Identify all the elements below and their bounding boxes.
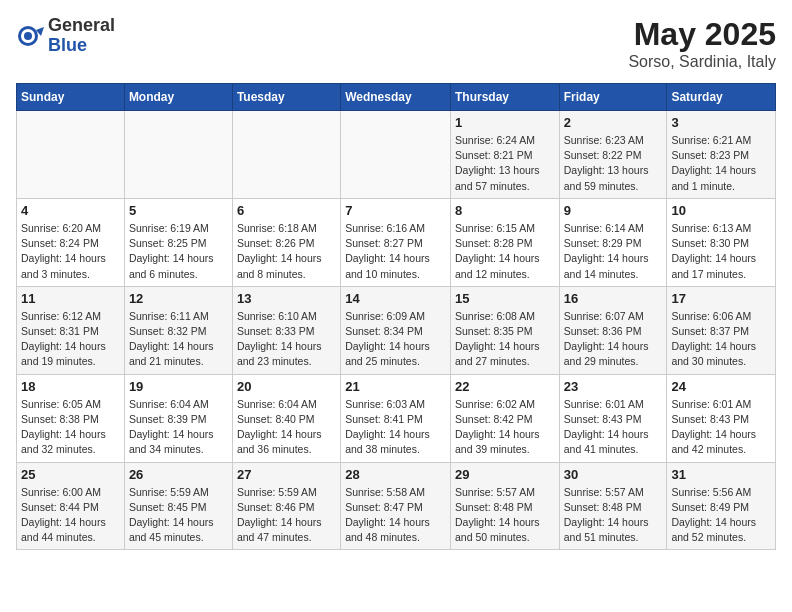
day-info: Sunrise: 6:07 AM Sunset: 8:36 PM Dayligh…	[564, 309, 663, 370]
day-number: 5	[129, 203, 228, 218]
day-cell: 1Sunrise: 6:24 AM Sunset: 8:21 PM Daylig…	[450, 111, 559, 199]
day-info: Sunrise: 6:08 AM Sunset: 8:35 PM Dayligh…	[455, 309, 555, 370]
day-info: Sunrise: 6:01 AM Sunset: 8:43 PM Dayligh…	[564, 397, 663, 458]
day-number: 28	[345, 467, 446, 482]
week-row-3: 18Sunrise: 6:05 AM Sunset: 8:38 PM Dayli…	[17, 374, 776, 462]
day-cell: 14Sunrise: 6:09 AM Sunset: 8:34 PM Dayli…	[341, 286, 451, 374]
day-info: Sunrise: 5:56 AM Sunset: 8:49 PM Dayligh…	[671, 485, 771, 546]
day-cell: 29Sunrise: 5:57 AM Sunset: 8:48 PM Dayli…	[450, 462, 559, 550]
week-row-2: 11Sunrise: 6:12 AM Sunset: 8:31 PM Dayli…	[17, 286, 776, 374]
day-info: Sunrise: 6:21 AM Sunset: 8:23 PM Dayligh…	[671, 133, 771, 194]
calendar-body: 1Sunrise: 6:24 AM Sunset: 8:21 PM Daylig…	[17, 111, 776, 550]
day-cell: 25Sunrise: 6:00 AM Sunset: 8:44 PM Dayli…	[17, 462, 125, 550]
day-cell: 28Sunrise: 5:58 AM Sunset: 8:47 PM Dayli…	[341, 462, 451, 550]
title-block: May 2025 Sorso, Sardinia, Italy	[628, 16, 776, 71]
day-info: Sunrise: 5:57 AM Sunset: 8:48 PM Dayligh…	[455, 485, 555, 546]
day-info: Sunrise: 6:00 AM Sunset: 8:44 PM Dayligh…	[21, 485, 120, 546]
day-info: Sunrise: 5:59 AM Sunset: 8:46 PM Dayligh…	[237, 485, 336, 546]
day-info: Sunrise: 6:09 AM Sunset: 8:34 PM Dayligh…	[345, 309, 446, 370]
day-info: Sunrise: 6:02 AM Sunset: 8:42 PM Dayligh…	[455, 397, 555, 458]
day-cell: 21Sunrise: 6:03 AM Sunset: 8:41 PM Dayli…	[341, 374, 451, 462]
day-cell: 3Sunrise: 6:21 AM Sunset: 8:23 PM Daylig…	[667, 111, 776, 199]
day-info: Sunrise: 6:10 AM Sunset: 8:33 PM Dayligh…	[237, 309, 336, 370]
day-number: 26	[129, 467, 228, 482]
logo-blue: Blue	[48, 36, 115, 56]
day-cell	[341, 111, 451, 199]
week-row-1: 4Sunrise: 6:20 AM Sunset: 8:24 PM Daylig…	[17, 198, 776, 286]
day-number: 14	[345, 291, 446, 306]
day-cell: 23Sunrise: 6:01 AM Sunset: 8:43 PM Dayli…	[559, 374, 667, 462]
calendar-header: SundayMondayTuesdayWednesdayThursdayFrid…	[17, 84, 776, 111]
header-day-monday: Monday	[124, 84, 232, 111]
day-number: 27	[237, 467, 336, 482]
day-number: 12	[129, 291, 228, 306]
day-cell: 30Sunrise: 5:57 AM Sunset: 8:48 PM Dayli…	[559, 462, 667, 550]
day-cell: 15Sunrise: 6:08 AM Sunset: 8:35 PM Dayli…	[450, 286, 559, 374]
day-info: Sunrise: 6:01 AM Sunset: 8:43 PM Dayligh…	[671, 397, 771, 458]
day-number: 22	[455, 379, 555, 394]
day-number: 24	[671, 379, 771, 394]
calendar-title: May 2025	[628, 16, 776, 53]
day-number: 15	[455, 291, 555, 306]
day-info: Sunrise: 6:16 AM Sunset: 8:27 PM Dayligh…	[345, 221, 446, 282]
day-cell: 9Sunrise: 6:14 AM Sunset: 8:29 PM Daylig…	[559, 198, 667, 286]
day-number: 30	[564, 467, 663, 482]
day-cell: 5Sunrise: 6:19 AM Sunset: 8:25 PM Daylig…	[124, 198, 232, 286]
day-number: 3	[671, 115, 771, 130]
day-number: 13	[237, 291, 336, 306]
svg-point-2	[24, 32, 32, 40]
day-cell: 12Sunrise: 6:11 AM Sunset: 8:32 PM Dayli…	[124, 286, 232, 374]
day-cell: 20Sunrise: 6:04 AM Sunset: 8:40 PM Dayli…	[232, 374, 340, 462]
day-cell: 13Sunrise: 6:10 AM Sunset: 8:33 PM Dayli…	[232, 286, 340, 374]
calendar-table: SundayMondayTuesdayWednesdayThursdayFrid…	[16, 83, 776, 550]
header-day-friday: Friday	[559, 84, 667, 111]
day-cell: 16Sunrise: 6:07 AM Sunset: 8:36 PM Dayli…	[559, 286, 667, 374]
page-header: General Blue May 2025 Sorso, Sardinia, I…	[16, 16, 776, 71]
calendar-subtitle: Sorso, Sardinia, Italy	[628, 53, 776, 71]
day-cell: 31Sunrise: 5:56 AM Sunset: 8:49 PM Dayli…	[667, 462, 776, 550]
day-info: Sunrise: 5:57 AM Sunset: 8:48 PM Dayligh…	[564, 485, 663, 546]
day-number: 25	[21, 467, 120, 482]
day-number: 16	[564, 291, 663, 306]
logo-text: General Blue	[48, 16, 115, 56]
day-cell: 8Sunrise: 6:15 AM Sunset: 8:28 PM Daylig…	[450, 198, 559, 286]
day-number: 7	[345, 203, 446, 218]
header-row: SundayMondayTuesdayWednesdayThursdayFrid…	[17, 84, 776, 111]
day-info: Sunrise: 6:03 AM Sunset: 8:41 PM Dayligh…	[345, 397, 446, 458]
day-info: Sunrise: 6:20 AM Sunset: 8:24 PM Dayligh…	[21, 221, 120, 282]
day-info: Sunrise: 6:23 AM Sunset: 8:22 PM Dayligh…	[564, 133, 663, 194]
logo: General Blue	[16, 16, 115, 56]
day-cell: 11Sunrise: 6:12 AM Sunset: 8:31 PM Dayli…	[17, 286, 125, 374]
day-number: 11	[21, 291, 120, 306]
day-number: 23	[564, 379, 663, 394]
day-cell: 10Sunrise: 6:13 AM Sunset: 8:30 PM Dayli…	[667, 198, 776, 286]
day-info: Sunrise: 6:11 AM Sunset: 8:32 PM Dayligh…	[129, 309, 228, 370]
day-info: Sunrise: 6:12 AM Sunset: 8:31 PM Dayligh…	[21, 309, 120, 370]
day-number: 18	[21, 379, 120, 394]
day-cell: 18Sunrise: 6:05 AM Sunset: 8:38 PM Dayli…	[17, 374, 125, 462]
week-row-0: 1Sunrise: 6:24 AM Sunset: 8:21 PM Daylig…	[17, 111, 776, 199]
day-number: 19	[129, 379, 228, 394]
logo-icon	[16, 22, 44, 50]
day-info: Sunrise: 5:58 AM Sunset: 8:47 PM Dayligh…	[345, 485, 446, 546]
day-number: 9	[564, 203, 663, 218]
day-info: Sunrise: 6:18 AM Sunset: 8:26 PM Dayligh…	[237, 221, 336, 282]
day-info: Sunrise: 6:24 AM Sunset: 8:21 PM Dayligh…	[455, 133, 555, 194]
day-cell: 17Sunrise: 6:06 AM Sunset: 8:37 PM Dayli…	[667, 286, 776, 374]
day-number: 31	[671, 467, 771, 482]
day-info: Sunrise: 6:19 AM Sunset: 8:25 PM Dayligh…	[129, 221, 228, 282]
day-cell: 6Sunrise: 6:18 AM Sunset: 8:26 PM Daylig…	[232, 198, 340, 286]
day-info: Sunrise: 6:05 AM Sunset: 8:38 PM Dayligh…	[21, 397, 120, 458]
header-day-saturday: Saturday	[667, 84, 776, 111]
header-day-tuesday: Tuesday	[232, 84, 340, 111]
day-cell: 24Sunrise: 6:01 AM Sunset: 8:43 PM Dayli…	[667, 374, 776, 462]
header-day-wednesday: Wednesday	[341, 84, 451, 111]
day-info: Sunrise: 6:04 AM Sunset: 8:39 PM Dayligh…	[129, 397, 228, 458]
day-number: 1	[455, 115, 555, 130]
day-cell: 22Sunrise: 6:02 AM Sunset: 8:42 PM Dayli…	[450, 374, 559, 462]
day-info: Sunrise: 6:15 AM Sunset: 8:28 PM Dayligh…	[455, 221, 555, 282]
day-number: 2	[564, 115, 663, 130]
day-number: 29	[455, 467, 555, 482]
day-number: 10	[671, 203, 771, 218]
day-cell: 19Sunrise: 6:04 AM Sunset: 8:39 PM Dayli…	[124, 374, 232, 462]
